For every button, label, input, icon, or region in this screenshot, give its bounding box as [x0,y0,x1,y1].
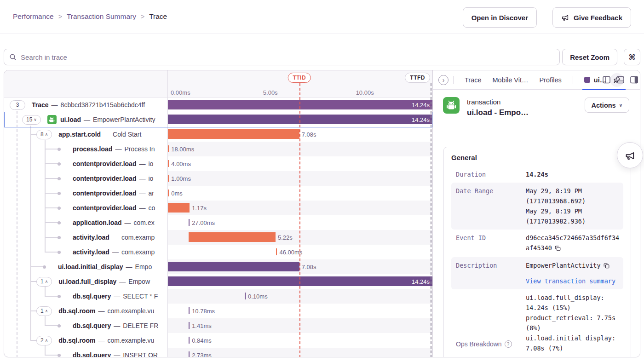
give-feedback-button[interactable]: Give Feedback [552,7,631,28]
span-description: com.examp [121,234,155,241]
command-icon: ⌘ [628,53,636,62]
child-count-badge[interactable]: 1∧ [36,277,52,287]
span-tick[interactable]: 1.41ms [189,322,190,329]
layout-drawer-left-icon[interactable] [603,76,610,84]
breadcrumb-separator: > [58,13,62,20]
span-description: com.example.vu [107,337,154,344]
tree-row[interactable]: contentprovider.load—io [4,156,167,171]
tab-profiles[interactable]: Profiles [539,76,561,84]
span-op: ui.load [60,116,81,123]
open-in-discover-button[interactable]: Open in Discover [463,7,537,28]
child-count-badge[interactable]: 1∧ [36,306,52,316]
span-duration: 18.00ms [171,145,194,152]
child-count-badge[interactable]: 2∧ [36,336,52,345]
tree-row[interactable]: 1∧ db.sql.room—com.example.vu [4,304,167,318]
span-tick[interactable]: 18.00ms [168,145,169,152]
tab-mobile-vitals[interactable]: Mobile Vit… [493,76,529,84]
axis-tick-label: 0.00ms [171,89,190,96]
tree-row[interactable]: 8∧ app.start.cold—Cold Start [4,127,167,142]
span-tick[interactable]: 10.78ms [189,307,190,314]
tab-trace[interactable]: Trace [465,76,482,84]
breadcrumb-separator: > [141,13,144,20]
span-duration: 1.00ms [171,175,191,182]
breadcrumb-transaction-summary[interactable]: Transaction Summary [67,12,136,21]
span-tick[interactable]: 46.00ms [276,248,277,255]
span-tick[interactable]: 2.73ms [189,351,190,357]
span-tick[interactable]: 1.00ms [168,175,169,182]
span-tick[interactable]: 0.84ms [189,337,190,344]
tree-row[interactable]: process.load—Process In [4,142,167,156]
megaphone-icon [561,13,569,22]
layout-drawer-right-icon[interactable] [630,76,638,84]
tree-row[interactable]: activity.load—com.examp [4,230,167,245]
leaf-dot [58,236,61,239]
floating-feedback-button[interactable] [617,142,643,168]
ops-breakdown-key: Ops Breakdown ? [456,340,520,348]
megaphone-icon [625,150,636,161]
child-count-badge[interactable]: 8∧ [36,130,52,139]
span-tick[interactable]: 27.00ms [189,219,190,226]
span-bar[interactable]: 1.17s [168,203,190,213]
collapse-drawer-icon[interactable]: › [438,75,448,85]
op-separator: — [114,293,120,300]
span-duration: 7.08s [302,263,316,270]
open-in-discover-label: Open in Discover [472,14,528,22]
child-count-badge[interactable]: 3 [10,100,25,110]
tree-row[interactable]: 1∧ ui.load.full_display—Empow [4,274,167,289]
tree-row[interactable]: db.sql.query—INSERT OR [4,348,167,357]
span-op: app.start.cold [58,131,101,138]
tree-row-selected[interactable]: 15∨ ui.load—EmpowerPlantActivity [4,112,167,127]
search-input[interactable] [4,49,560,65]
span-duration: 14.24s [412,278,430,285]
op-separator: — [112,234,119,241]
tree-row[interactable]: contentprovider.load—ar [4,186,167,201]
divider [453,76,454,84]
span-description: EmpowerPlantActivity [93,116,155,123]
span-tick[interactable]: 0.10ms [245,293,246,299]
general-section-title: General [451,154,623,161]
span-op: contentprovider.load [73,190,136,197]
tree-row[interactable]: db.sql.query—DELETE FR [4,318,167,333]
tree-row[interactable]: ui.load.initial_display—Empo [4,259,167,274]
date-range-value: May 29, 8:19 PM (1717013968.692) May 29,… [526,186,620,226]
leaf-dot [58,354,61,357]
leaf-dot [58,295,61,298]
android-icon [443,97,460,114]
tree-row[interactable]: 3 Trace—8cbbcd38721b415ab6cbdc4ff [4,98,167,112]
view-transaction-summary-link[interactable]: View transaction summary [526,276,620,286]
span-bar[interactable]: 5.22s [189,232,276,242]
tree-row[interactable]: db.sql.query—SELECT * F [4,289,167,304]
span-tree-pane: 3 Trace—8cbbcd38721b415ab6cbdc4ff 15∨ ui… [4,70,167,357]
copy-icon[interactable] [555,244,561,254]
waterfall-pane: 0.00ms 5.00s 10.00s TTID TTFD 14.24s 14.… [167,70,432,357]
copy-icon[interactable] [604,261,610,271]
child-count-badge[interactable]: 15∨ [22,115,41,125]
tree-row[interactable]: contentprovider.load—io [4,171,167,186]
general-section-card: General Duration 14.24s Date Range May 2… [443,147,631,357]
transaction-title: ui.load - Empo… [467,108,529,117]
event-type-label: transaction [467,98,500,106]
event-id-value: d96eca345c724667a35df6f34af45340 [526,233,620,254]
description-value: EmpowerPlantActivity View transaction su… [526,260,620,286]
op-separator: — [139,175,145,182]
span-bar[interactable]: 7.08s [168,262,299,271]
reset-zoom-button[interactable]: Reset Zoom [562,49,617,65]
tree-row[interactable]: contentprovider.load—co [4,201,167,215]
tree-row[interactable]: application.load—com.ex [4,215,167,230]
span-op: db.sql.room [58,307,95,315]
actions-dropdown-button[interactable]: Actions ∨ [585,98,630,113]
span-op: Trace [32,101,49,109]
span-tick[interactable]: 0ms [168,190,169,196]
span-description: Empo [135,263,152,270]
span-bar[interactable]: 7.08s [168,129,299,139]
ops-breakdown-value: ui.load.full_display: 14.24s (15%) produ… [526,293,620,353]
breadcrumb-performance[interactable]: Performance [13,12,54,21]
op-separator: — [139,160,145,167]
span-op: db.sql.query [73,293,111,300]
tree-row[interactable]: activity.load—com.examp [4,245,167,259]
layout-drawer-bottom-icon[interactable] [616,76,624,84]
span-tick[interactable]: 4.00ms [168,160,169,167]
help-icon[interactable]: ? [505,340,512,348]
tree-row[interactable]: 2∧ db.sql.room—com.example.vu [4,333,167,348]
shortcut-command-button[interactable]: ⌘ [624,49,640,65]
